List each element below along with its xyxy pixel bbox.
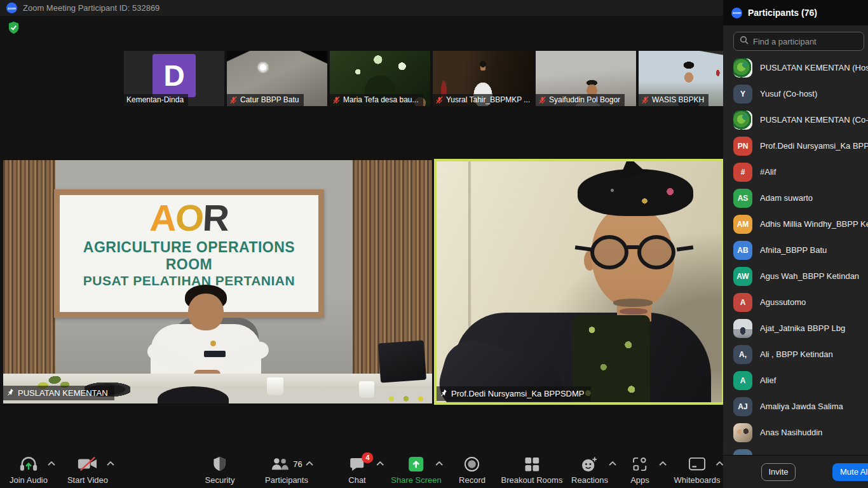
participant-row[interactable]: AWAgus Wah_BBPP Ketindan: [723, 263, 868, 289]
search-input[interactable]: [753, 37, 865, 46]
participant-row[interactable]: PUSLATAN KEMENTAN (Co-h: [723, 107, 868, 133]
participant-name: PUSLATAN KEMENTAN (Host: [760, 63, 868, 72]
participant-row[interactable]: Ajat_Jatnika BBPP Lbg: [723, 315, 868, 341]
video-thumbnail[interactable]: Yusral Tahir_BBPMKP ...: [433, 51, 533, 106]
participant-name: Yusuf (Co-host): [760, 89, 817, 98]
participant-name: Prof.Dedi Nursyamsi_Ka BPPSDMP: [451, 389, 585, 398]
participant-name: Ali , BBPP Ketindan: [760, 349, 833, 359]
toolbar-participants[interactable]: 76Participants: [265, 455, 308, 485]
video-name-tag: Prof.Dedi Nursyamsi_Ka BPPSDMP: [437, 386, 591, 401]
toolbar-apps[interactable]: Apps: [630, 455, 649, 485]
participant-avatar: #: [733, 163, 752, 182]
cup: [267, 377, 283, 395]
share-screen-icon: [409, 456, 424, 472]
toolbar-record[interactable]: Record: [459, 455, 485, 485]
participant-row[interactable]: YYusuf (Co-host): [723, 81, 868, 107]
participant-row[interactable]: Anas Nasihuddin: [723, 419, 868, 445]
record-icon: [464, 456, 480, 472]
participant-row[interactable]: AJAmaliya Jawda Salima: [723, 393, 868, 419]
participant-name: Agussutomo: [760, 297, 806, 307]
participant-row[interactable]: PNProf.Dedi Nursyamsi_Ka BPPS: [723, 133, 868, 159]
video-thumbnail[interactable]: Catur BBPP Batu: [227, 51, 327, 106]
participant-row[interactable]: ##Alif: [723, 159, 868, 185]
participant-row[interactable]: ABAfnita_BBPP Batu: [723, 237, 868, 263]
participant-search[interactable]: [733, 32, 864, 51]
participant-name: Adam suwarto: [760, 193, 813, 203]
main-video-active-speaker[interactable]: Prof.Dedi Nursyamsi_Ka BPPSDMP: [434, 159, 724, 405]
participants-panel-header: zoom Participants (76): [723, 0, 868, 25]
participant-row[interactable]: PUSLATAN KEMENTAN (Host: [723, 55, 868, 81]
chevron-up-icon[interactable]: [376, 461, 384, 466]
panel-title: Participants (76): [748, 8, 817, 18]
participant-avatar: AS: [733, 189, 752, 208]
chevron-up-icon[interactable]: [107, 461, 114, 466]
toolbar-label: Apps: [630, 475, 649, 485]
breakout-rooms-icon: [524, 456, 539, 472]
participants-panel-footer: Invite Mute All: [723, 455, 868, 488]
participant-name: Agus Wah_BBPP Ketindan: [760, 271, 859, 281]
chevron-up-icon[interactable]: [306, 461, 313, 466]
participant-name: Adhis Millia Windhy_BBPP Ket: [760, 219, 868, 229]
shield-icon: [213, 456, 227, 471]
participant-avatar: AW: [733, 267, 752, 286]
toolbar-chat[interactable]: 4Chat: [348, 455, 365, 485]
participant-list[interactable]: PUSLATAN KEMENTAN (HostYYusuf (Co-host)P…: [723, 55, 868, 455]
participant-name-tag: Yusral Tahir_BBPMKP ...: [433, 94, 533, 106]
video-thumbnail[interactable]: DKementan-Dinda: [124, 51, 224, 106]
sign-text-line1: AGRICULTURE OPERATIONS ROOM: [60, 239, 318, 273]
participant-row[interactable]: AAgussutomo: [723, 289, 868, 315]
participant-row[interactable]: [723, 445, 868, 455]
main-video-puslatan[interactable]: AOR AGRICULTURE OPERATIONS ROOM PUSAT PE…: [3, 160, 432, 403]
video-thumbnail[interactable]: Syaifuddin Pol Bogor: [536, 51, 636, 106]
participant-avatar: [733, 58, 752, 78]
video-thumbnail[interactable]: Maria Tefa desa bau...: [330, 51, 430, 106]
participant-name: Prof.Dedi Nursyamsi_Ka BPPS: [760, 141, 868, 151]
wood-panel: [3, 160, 55, 403]
toolbar-join-audio[interactable]: Join Audio: [10, 455, 48, 485]
participant-name: Ajat_Jatnika BBPP Lbg: [760, 323, 845, 333]
participant-name: Syaifuddin Pol Bogor: [549, 95, 620, 104]
chevron-up-icon[interactable]: [435, 461, 443, 466]
reactions-icon: [581, 456, 599, 472]
toolbar-start-video[interactable]: Start Video: [67, 455, 108, 485]
apps-icon: [632, 456, 648, 472]
participant-avatar: Y: [733, 85, 752, 104]
toolbar-share-screen[interactable]: Share Screen: [391, 455, 442, 485]
participant-row[interactable]: A,Ali , BBPP Ketindan: [723, 341, 868, 367]
chevron-up-icon[interactable]: [659, 461, 667, 466]
participant-avatar: [733, 111, 752, 130]
people-icon: [271, 457, 288, 471]
participant-row[interactable]: AMAdhis Millia Windhy_BBPP Ket: [723, 211, 868, 237]
participant-name-tag: Catur BBPP Batu: [227, 94, 304, 106]
participant-avatar: [733, 449, 752, 456]
participant-avatar: A,: [733, 345, 752, 364]
chevron-up-icon[interactable]: [48, 461, 55, 466]
toolbar-reactions[interactable]: Reactions: [571, 455, 608, 485]
muted-mic-icon: [229, 96, 238, 104]
participant-avatar: AB: [733, 241, 752, 260]
toolbar-security[interactable]: Security: [205, 455, 235, 485]
video-off-icon: [78, 456, 98, 471]
whiteboards-icon: [688, 457, 705, 471]
participant-row[interactable]: ASAdam suwarto: [723, 185, 868, 211]
toolbar-whiteboards[interactable]: Whiteboards: [674, 455, 721, 485]
participant-name: Anas Nasihuddin: [760, 428, 822, 437]
toolbar-breakout-rooms[interactable]: Breakout Rooms: [501, 455, 563, 485]
mute-all-button[interactable]: Mute All: [832, 463, 868, 481]
participant-name: PUSLATAN KEMENTAN: [18, 388, 108, 398]
participant-name: Catur BBPP Batu: [240, 95, 299, 104]
laptop: [378, 341, 426, 383]
participant-name: PUSLATAN KEMENTAN (Co-h: [760, 115, 868, 125]
participant-row[interactable]: AAlief: [723, 367, 868, 393]
toolbar-label: Record: [459, 475, 485, 485]
participant-name: Afnita_BBPP Batu: [760, 245, 827, 255]
invite-button[interactable]: Invite: [761, 463, 796, 481]
chat-unread-badge: 4: [362, 452, 374, 463]
participant-name-tag: Kementan-Dinda: [124, 94, 188, 106]
sign-text-line2: PUSAT PELATIHAN PERTANIAN: [60, 273, 318, 288]
encryption-shield-icon[interactable]: [7, 21, 20, 34]
cup: [359, 381, 374, 398]
chevron-up-icon[interactable]: [609, 461, 616, 466]
participant-name-tag: Maria Tefa desa bau...: [330, 94, 423, 106]
letter-avatar: D: [153, 54, 196, 97]
